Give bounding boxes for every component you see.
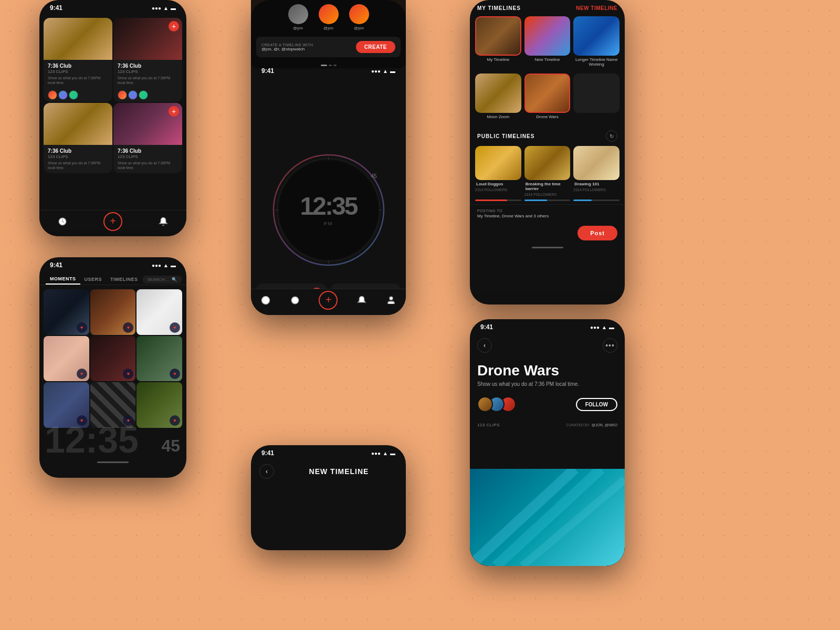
club-card-4-title: 7:36 Club — [118, 148, 178, 154]
club-cards-grid: 7:36 Club 123 CLIPS Show us what you do … — [39, 14, 186, 177]
user-name-2: @jon — [323, 26, 333, 30]
moment-1: ♥ — [44, 289, 89, 335]
status-icons: ●●● ▲ ▬ — [152, 5, 176, 11]
club-card-1-image — [44, 18, 112, 60]
post-button[interactable]: Post — [578, 226, 617, 240]
heart-btn-3[interactable]: ♥ — [170, 322, 180, 333]
heart-btn-7[interactable]: ♥ — [77, 415, 87, 426]
public-loud-doggos[interactable]: Loud Doggos 2314 FOLLOWERS — [475, 146, 521, 196]
tab-timelines[interactable]: TIMELINES — [106, 275, 142, 284]
center-add-btn[interactable]: + — [319, 291, 338, 310]
watch-face-inner: 12:35 PM — [279, 160, 379, 260]
dot-1 — [321, 65, 327, 66]
new-timeline-link[interactable]: NEW TIMELINE — [576, 5, 617, 11]
club-card-1-avatars — [44, 88, 112, 102]
center-add-button[interactable]: + — [103, 212, 122, 231]
club-card-1-info: 7:36 Club 123 CLIPS Show us what you do … — [44, 60, 112, 88]
heart-btn-6[interactable]: ♥ — [170, 369, 180, 379]
wifi-center: ▲ — [383, 68, 388, 74]
club-card-2-clips: 123 CLIPS — [118, 69, 178, 74]
dot-3 — [333, 65, 337, 66]
more-button[interactable]: ••• — [603, 338, 617, 353]
bell-icon-center[interactable] — [356, 295, 368, 306]
battery-rb: ▬ — [609, 324, 614, 330]
phone-top-left: 9:41 ●●● ▲ ▬ 7:36 Club 123 CLIPS Show us… — [39, 0, 186, 236]
dots-indicator — [251, 62, 406, 68]
search-bar[interactable]: SEARCH.... 🔍 — [142, 276, 182, 284]
bell-icon[interactable] — [158, 216, 169, 227]
club-card-4-info: 7:36 Club 123 CLIPS Show us what you do … — [113, 145, 182, 173]
club-card-1-title: 7:36 Club — [48, 63, 108, 69]
svg-point-8 — [390, 297, 393, 300]
timeline-moon-label: Moon Zoom — [475, 113, 521, 121]
svg-point-7 — [292, 297, 299, 304]
club-card-2-info: 7:36 Club 123 CLIPS Show us what you do … — [113, 60, 182, 88]
timeline-my-thumb — [475, 16, 521, 56]
timeline-my[interactable]: My Timeline — [475, 16, 521, 68]
back-button-rb[interactable]: ‹ — [477, 338, 492, 353]
follow-button[interactable]: FOLLOW — [576, 398, 617, 411]
heart-btn-5[interactable]: ♥ — [123, 369, 133, 379]
status-icons-bl: ●●● ▲ ▬ — [152, 262, 176, 268]
profile-icon-center[interactable] — [385, 295, 397, 306]
breaking-followers: 2314 FOLLOWERS — [524, 193, 571, 196]
public-drawing[interactable]: Drawing 101 2314 FOLLOWERS — [573, 146, 620, 196]
create-button[interactable]: CREATE — [356, 41, 395, 53]
timer-icon-center[interactable] — [289, 295, 301, 306]
signal-icon: ●●● — [152, 5, 161, 11]
timeline-drone[interactable]: Drone Wars — [524, 74, 571, 121]
progress-fill-1 — [475, 200, 507, 201]
post-btn-row: Post — [470, 223, 625, 244]
tab-users[interactable]: USERS — [80, 275, 107, 284]
dot-2 — [329, 65, 332, 66]
back-button-cb[interactable]: ‹ — [259, 464, 274, 479]
wifi-icon-bl: ▲ — [163, 262, 169, 268]
timeline-drone-thumb — [524, 74, 571, 113]
moment-3: ♥ — [136, 289, 182, 335]
heart-btn-9[interactable]: ♥ — [170, 415, 180, 426]
create-timeline-text: CREATE A TIMELINE WITH @jon, @r, @stopwa… — [261, 43, 313, 51]
drone-avatar-1 — [477, 396, 493, 412]
club-card-2-add[interactable]: + — [169, 21, 179, 32]
drone-wars-actions: FOLLOW — [470, 392, 625, 418]
heart-btn-4[interactable]: ♥ — [77, 369, 87, 379]
club-card-1-clips: 123 CLIPS — [48, 69, 108, 74]
progress-bar-3 — [573, 200, 620, 201]
timeline-longer[interactable]: Longer Timeline Name Working — [573, 16, 620, 68]
user-avatar-1 — [288, 4, 308, 24]
tab-moments[interactable]: MOMENTS — [46, 274, 80, 285]
moments-grid: ♥ ♥ ♥ ♥ ♥ ♥ ♥ ♥ ♥ — [39, 285, 186, 432]
heart-btn-2[interactable]: ♥ — [123, 322, 133, 333]
avatar-6 — [139, 90, 148, 100]
drawing-thumb — [573, 146, 620, 180]
timer-icon[interactable] — [57, 216, 68, 227]
bottom-nav-center: + — [251, 289, 406, 315]
club-card-3-desc: Show us what you do at 7:36PM local time… — [48, 161, 108, 170]
timeline-new[interactable]: New Timeline — [524, 16, 571, 68]
timeline-longer-thumb — [573, 16, 620, 56]
breaking-thumb — [524, 146, 571, 180]
timeline-empty[interactable] — [573, 74, 620, 121]
breaking-name: Breaking the time barrier — [524, 180, 571, 193]
create-timeline-users: @jon @jon @jon — [251, 0, 406, 30]
public-timelines-grid: Loud Doggos 2314 FOLLOWERS Breaking the … — [470, 146, 625, 196]
timeline-moon[interactable]: Moon Zoom — [475, 74, 521, 121]
public-breaking[interactable]: Breaking the time barrier 2314 FOLLOWERS — [524, 146, 571, 196]
fire-icon[interactable] — [260, 295, 271, 306]
club-card-3: 7:36 Club 123 CLIPS Show us what you do … — [44, 103, 112, 173]
refresh-button[interactable]: ↻ — [606, 130, 617, 142]
battery-cb: ▬ — [390, 450, 395, 456]
avatar-4 — [118, 90, 127, 100]
svg-line-9 — [470, 469, 575, 566]
status-bar-right-bottom: 9:41 ●●● ▲ ▬ — [470, 319, 625, 333]
moment-7: ♥ — [44, 382, 89, 428]
status-bar-bottom-left: 9:41 ●●● ▲ ▬ — [39, 257, 186, 271]
club-card-4-desc: Show us what you do at 7:36PM local time… — [118, 161, 178, 170]
my-timelines-grid-row1: My Timeline New Timeline Longer Timeline… — [470, 16, 625, 74]
heart-btn-8[interactable]: ♥ — [123, 415, 133, 426]
loud-doggos-name: Loud Doggos — [475, 180, 521, 188]
user-item-1: @jon — [288, 4, 308, 30]
status-time-center: 9:41 — [261, 67, 274, 75]
heart-btn-1[interactable]: ♥ — [77, 322, 87, 333]
progress-fill-2 — [524, 200, 548, 201]
